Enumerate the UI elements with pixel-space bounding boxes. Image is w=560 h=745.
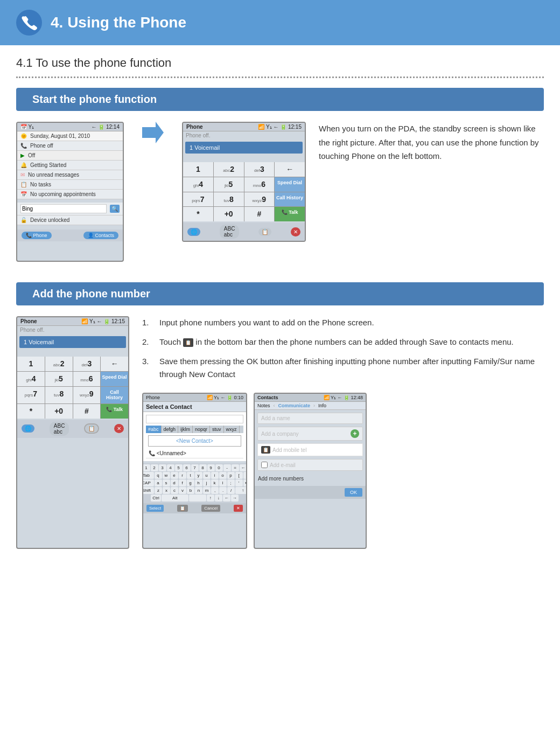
call-history-button[interactable]: Call History [275,192,305,207]
step-3: 3. Save them pressing the OK button afte… [142,355,544,381]
header-icon [16,10,42,36]
add-phone-section: Phone 📶 Y₁ ← 🔋 12:15 Phone off. 1 Voicem… [0,305,560,560]
add-phone-bar: Add the phone number [16,282,544,305]
step-1: 1. Input phone numbers you want to add o… [142,316,544,329]
section-heading: 4.1 To use the phone function [0,45,560,72]
steps-container: 1. Input phone numbers you want to add o… [142,316,544,549]
divider [16,76,544,78]
description-text: When you turn on the PDA, the standby sc… [319,122,544,163]
contacts-icon: 📋 [183,338,193,347]
phone-dial-screen: Phone 📶 Y₁ ← 🔋 12:15 Phone off. 1 Voicem… [182,122,306,242]
select-contact-screen: Phone 📶 Y₁ ← 🔋 0:10 Select a Contact #ab… [142,393,247,549]
start-phone-bar: Start the phone function [16,88,544,111]
new-contact-screen: Contacts 📶 Y₁ ← 🔋 12:48 Notes ‹ Communic… [254,393,367,549]
phone-demo-row: 📅 Y₁ ← 🔋 12:14 🌞 Sunday, August 01, 2010… [0,111,560,273]
standby-phone-screen: 📅 Y₁ ← 🔋 12:14 🌞 Sunday, August 01, 2010… [16,122,124,262]
arrow [137,122,169,143]
svg-marker-0 [142,122,164,143]
add-phone-screen: Phone 📶 Y₁ ← 🔋 12:15 Phone off. 1 Voicem… [16,316,129,549]
page-title: 4. Using the Phone [51,14,186,31]
step-2: 2. Touch 📋 in the bottom bar then the ph… [142,336,544,349]
page-header: 4. Using the Phone [0,0,560,45]
